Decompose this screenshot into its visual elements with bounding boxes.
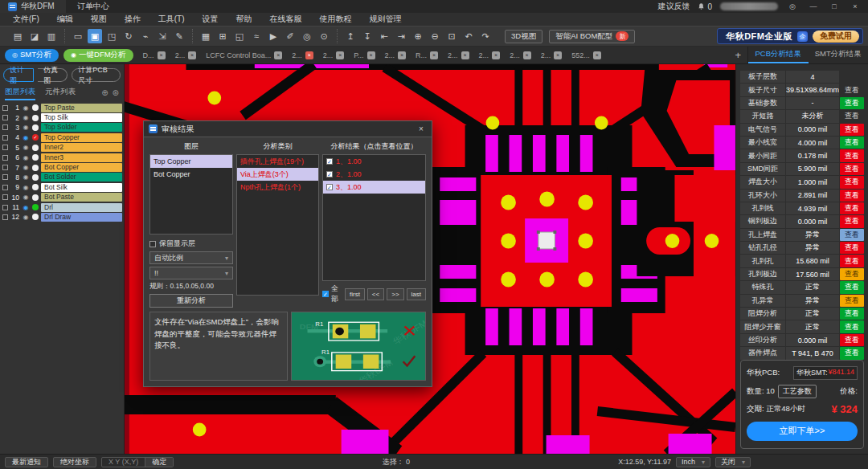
zoom-window-icon[interactable]: ▣ [88, 29, 102, 43]
menu-item-9[interactable]: 规则管理 [362, 14, 410, 25]
keep-layer-checkbox[interactable] [149, 241, 156, 247]
measure-icon[interactable]: ⇲ [155, 29, 170, 43]
close-mode-select[interactable]: 关闭 ▾ [715, 457, 751, 467]
list-item[interactable]: Top Copper [150, 155, 232, 168]
keep-layer-row[interactable]: 保留显示层 [149, 239, 233, 249]
view-button[interactable]: 查看 [840, 124, 864, 136]
layer-row-top-silk[interactable]: 2◉Top Silk [2, 112, 122, 122]
notification-bell[interactable]: 0 [698, 2, 712, 11]
enterprise-banner[interactable]: 华秋DFM企业版 企 免费试用 [717, 28, 863, 44]
layer-checkbox[interactable] [2, 105, 8, 111]
layer-checkbox[interactable] [2, 214, 8, 220]
layer-row-top-paste[interactable]: 1◉Top Paste [2, 103, 122, 112]
doc-tab[interactable]: 2...× [318, 47, 350, 63]
menu-item-3[interactable]: 操作 [117, 14, 149, 25]
eye-icon[interactable]: ◉ [22, 214, 30, 221]
ai-bom-button[interactable]: 智能AI BOM配型 新 [549, 30, 635, 43]
view-button[interactable]: 查看 [840, 334, 864, 346]
doc-tab[interactable]: 2...× [443, 47, 474, 63]
eye-icon[interactable]: ◉ [22, 134, 30, 141]
layer-color-dot[interactable] [32, 124, 39, 131]
list-item[interactable]: ✓3、1.00 [323, 181, 425, 194]
layer-row-top-copper[interactable]: 4◉✓Top Copper [2, 133, 122, 142]
layer-color-dot[interactable] [32, 104, 39, 111]
net-analysis-icon[interactable]: ⌁ [138, 29, 153, 43]
minimize-button[interactable]: — [807, 2, 820, 10]
view-button[interactable]: 查看 [840, 320, 864, 332]
new-tab-button[interactable]: + [728, 49, 747, 61]
layer-checkbox[interactable] [2, 155, 8, 161]
design-view-button[interactable]: 设计图 [3, 68, 34, 82]
layer-checkbox[interactable] [2, 194, 8, 200]
layer-color-dot[interactable] [32, 165, 39, 171]
nav-next-button[interactable]: >> [387, 288, 403, 300]
menu-item-8[interactable]: 使用教程 [312, 14, 360, 25]
menu-item-5[interactable]: 设置 [194, 14, 227, 25]
layer-color-dot[interactable] [32, 154, 39, 161]
order-now-button[interactable]: 立即下单>> [747, 422, 858, 441]
result-checkbox[interactable]: ✓ [326, 158, 333, 165]
eye-icon[interactable]: ◉ [22, 104, 30, 112]
tab-close-icon[interactable]: × [367, 51, 375, 59]
auto-scale-select[interactable]: 自动比例 ▾ [149, 251, 233, 264]
eye-icon[interactable]: ◉ [22, 173, 30, 181]
reanalyze-button[interactable]: 重新分析 [149, 294, 233, 308]
doc-tab[interactable]: P...× [349, 47, 379, 63]
free-trial-button[interactable]: 免费试用 [813, 31, 859, 43]
save-icon[interactable]: ▤ [10, 29, 25, 43]
view-button[interactable]: 查看 [840, 295, 864, 307]
layer-row-inner2[interactable]: 5◉Inner2 [2, 143, 122, 153]
layer-row-bot-solder[interactable]: 8◉Bot Solder [2, 173, 122, 182]
list-item[interactable]: 插件孔上焊盘(19个) [237, 155, 318, 168]
abs-coord-button[interactable]: 绝对坐标 [53, 457, 96, 467]
list-item[interactable]: ✓2、1.00 [323, 168, 425, 181]
layer-color-dot[interactable] [32, 115, 39, 121]
zoom-target-icon[interactable]: ◎ [300, 29, 314, 43]
list-item[interactable]: ✓1、1.00 [323, 155, 425, 168]
open-file-icon[interactable]: ◪ [27, 29, 42, 43]
view-button[interactable]: 查看 [840, 84, 864, 96]
extend-left-icon[interactable]: ⇤ [377, 29, 391, 43]
undo-icon[interactable]: ↶ [461, 29, 476, 43]
process-params-button[interactable]: 工艺参数 [778, 385, 817, 398]
doc-tab[interactable]: D...× [138, 47, 170, 63]
smt-price-tab[interactable]: 华秋SMT: ¥841.14 [793, 366, 858, 380]
layer-row-bot-silk[interactable]: 9◉Bot Silk [2, 182, 122, 192]
nav-first-button[interactable]: first [345, 288, 365, 300]
tab-close-icon[interactable]: × [492, 51, 500, 59]
layer-checkbox[interactable] [2, 174, 8, 180]
view-button[interactable]: 查看 [840, 229, 864, 241]
eye-icon[interactable]: ◉ [22, 144, 30, 151]
view-button[interactable]: 查看 [840, 308, 864, 320]
eye-icon[interactable]: ◉ [22, 184, 30, 191]
doc-tab[interactable]: LCFC Control Boa...× [201, 47, 287, 63]
tab-close-icon[interactable]: × [523, 51, 531, 59]
filter-select[interactable]: !! ▾ [149, 267, 233, 279]
user-account-area[interactable] [720, 2, 778, 10]
view-button[interactable]: 查看 [840, 97, 864, 109]
sim-view-button[interactable]: 仿真图 [38, 68, 68, 82]
doc-tab[interactable]: 2...× [505, 47, 536, 63]
view-button[interactable]: 查看 [840, 347, 864, 359]
result-checkbox[interactable]: ✓ [326, 171, 333, 177]
doc-tab[interactable]: 2...× [170, 47, 202, 63]
grid-view-icon[interactable]: ⊞ [215, 29, 230, 43]
layer-checkbox[interactable] [2, 115, 8, 120]
eye-icon[interactable]: ◉ [22, 164, 30, 171]
layer-color-dot[interactable] [32, 174, 39, 181]
dialog-close-icon[interactable]: × [416, 124, 427, 133]
view-3d-button[interactable]: 3D视图 [505, 30, 542, 43]
copy-layer-icon[interactable]: ◱ [232, 29, 247, 43]
layer-row-drl-draw[interactable]: 12◉Drl Draw [2, 212, 122, 222]
menu-item-0[interactable]: 文件(F) [5, 14, 47, 25]
nav-prev-button[interactable]: << [367, 288, 384, 300]
xy-placeholder[interactable]: X Y (X,Y) [102, 458, 145, 466]
result-checkbox[interactable]: ✓ [326, 184, 333, 190]
doc-tab[interactable]: R...× [411, 47, 443, 63]
tab-close-icon[interactable]: × [305, 51, 313, 59]
draw-line-icon[interactable]: ✐ [283, 29, 297, 43]
zoom-out-icon[interactable]: ⊖ [428, 29, 442, 43]
tab-close-icon[interactable]: × [274, 51, 282, 59]
view-button[interactable]: 查看 [840, 137, 864, 149]
zoom-fit-icon[interactable]: ⊡ [444, 29, 459, 43]
